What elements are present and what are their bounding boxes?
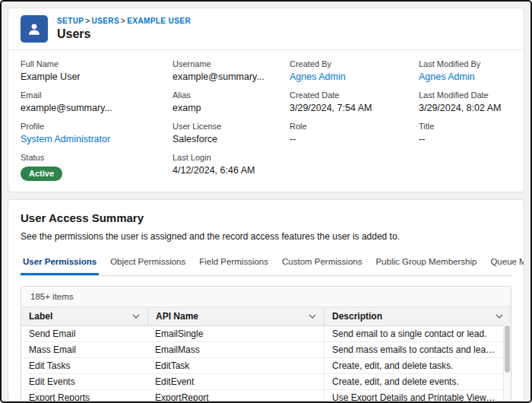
tab-custom-permissions[interactable]: Custom Permissions	[280, 251, 364, 275]
detail-column: Created ByAgnes AdminCreated Date3/29/20…	[290, 59, 419, 189]
section-subtitle: See the permissions the user is assigned…	[21, 231, 511, 242]
column-header-label: Label	[29, 311, 52, 322]
detail-field-role: Role--	[290, 122, 419, 145]
user-icon	[27, 21, 42, 36]
field-label: Alias	[173, 90, 290, 100]
detail-field-profile: ProfileSystem Administrator	[21, 122, 173, 145]
field-label: Role	[290, 122, 419, 132]
field-label: Profile	[21, 122, 173, 132]
table-cell: Send mass emails to contacts and leads.	[324, 342, 511, 357]
field-value: example@summary...	[21, 103, 173, 114]
column-header-label: API Name	[156, 311, 198, 322]
breadcrumb-item-setup[interactable]: SETUP	[57, 17, 84, 25]
user-access-summary-card: User Access Summary See the permissions …	[8, 199, 524, 401]
table-cell: Create, edit, and delete tasks.	[324, 358, 511, 373]
detail-field-user-license: User LicenseSalesforce	[173, 122, 290, 145]
field-value: 3/29/2024, 7:54 AM	[290, 103, 419, 114]
scrollbar-thumb[interactable]	[505, 325, 510, 373]
tab-queue-membership[interactable]: Queue Membership	[488, 251, 524, 275]
detail-field-status: StatusActive	[21, 153, 173, 181]
breadcrumb-separator: >	[121, 17, 125, 25]
table-row[interactable]: Mass EmailEmailMassSend mass emails to c…	[21, 342, 511, 358]
tab-public-group-membership[interactable]: Public Group Membership	[373, 251, 479, 275]
field-label: User License	[173, 122, 290, 132]
field-value: --	[290, 134, 419, 145]
field-value-link[interactable]: Agnes Admin	[290, 71, 419, 83]
table-cell: Edit Events	[21, 374, 147, 389]
column-header-label[interactable]: Label	[21, 307, 147, 325]
table-header-row: LabelAPI NameDescription	[21, 307, 511, 326]
user-object-icon	[21, 15, 48, 43]
page-header: SETUP>USERS>EXAMPLE USER Users	[8, 8, 524, 49]
tab-user-permissions[interactable]: User Permissions	[21, 251, 99, 275]
table-row[interactable]: Send EmailEmailSingleSend email to a sin…	[21, 326, 511, 342]
field-value: 3/29/2024, 8:02 AM	[419, 103, 511, 114]
field-value: Example User	[21, 71, 173, 83]
permissions-table: 185+ items LabelAPI NameDescription Send…	[21, 286, 511, 401]
detail-field-last-modified-date: Last Modified Date3/29/2024, 8:02 AM	[419, 90, 511, 114]
table-cell: Edit Tasks	[21, 358, 147, 373]
detail-column: Usernameexample@summary...AliasexampUser…	[173, 59, 290, 189]
table-cell: Send email to a single contact or lead.	[324, 326, 511, 341]
chevron-down-icon	[132, 314, 140, 319]
status-badge: Active	[21, 167, 62, 181]
field-label: Username	[173, 59, 290, 69]
section-title: User Access Summary	[21, 211, 511, 225]
field-value-link[interactable]: System Administrator	[21, 134, 173, 145]
field-value: --	[419, 134, 511, 145]
page-title: Users	[57, 27, 191, 41]
items-count: 185+ items	[21, 287, 511, 307]
field-label: Created By	[290, 59, 419, 69]
breadcrumb-item-users[interactable]: USERS	[92, 17, 119, 25]
table-scrollbar[interactable]	[503, 324, 511, 401]
field-value: Salesforce	[173, 134, 290, 145]
column-header-label: Description	[332, 311, 382, 322]
table-cell: ExportReport	[147, 390, 324, 401]
detail-field-alias: Aliasexamp	[173, 90, 290, 114]
field-label: Full Name	[21, 59, 173, 69]
table-cell: Mass Email	[21, 342, 147, 357]
detail-field-title: Title--	[419, 122, 511, 145]
detail-field-last-login: Last Login4/12/2024, 6:46 AM	[173, 153, 290, 176]
chevron-down-icon	[309, 314, 316, 319]
table-cell: Use Export Details and Printable View to…	[324, 390, 511, 401]
detail-field-email: Emailexample@summary...	[21, 90, 173, 114]
field-value: examp	[173, 103, 290, 114]
table-cell: EditEvent	[147, 374, 324, 389]
tab-field-permissions[interactable]: Field Permissions	[197, 251, 271, 275]
detail-column: Full NameExample UserEmailexample@summar…	[21, 59, 173, 189]
column-header-description[interactable]: Description	[324, 307, 511, 325]
field-value: 4/12/2024, 6:46 AM	[173, 165, 290, 176]
column-header-api-name[interactable]: API Name	[147, 307, 324, 325]
salesforce-setup-window: SETUP>USERS>EXAMPLE USER Users Full Name…	[0, 0, 532, 403]
field-label: Last Login	[173, 153, 290, 163]
detail-column: Last Modified ByAgnes AdminLast Modified…	[419, 59, 511, 189]
detail-field-full-name: Full NameExample User	[21, 59, 173, 83]
table-cell: EmailMass	[147, 342, 324, 357]
detail-field-last-modified-by: Last Modified ByAgnes Admin	[419, 59, 511, 83]
table-cell: EditTask	[147, 358, 324, 373]
breadcrumb-item-example-user[interactable]: EXAMPLE USER	[127, 17, 191, 25]
field-label: Title	[419, 122, 511, 132]
table-row[interactable]: Edit EventsEditEventCreate, edit, and de…	[21, 374, 511, 390]
breadcrumb-separator: >	[85, 17, 90, 25]
tab-object-permissions[interactable]: Object Permissions	[108, 251, 188, 275]
field-value-link[interactable]: Agnes Admin	[419, 71, 511, 83]
detail-grid: Full NameExample UserEmailexample@summar…	[8, 50, 524, 192]
table-row[interactable]: Edit TasksEditTaskCreate, edit, and dele…	[21, 358, 511, 374]
detail-field-created-by: Created ByAgnes Admin	[290, 59, 419, 83]
field-label: Status	[21, 153, 173, 163]
header-text: SETUP>USERS>EXAMPLE USER Users	[57, 17, 191, 41]
breadcrumb: SETUP>USERS>EXAMPLE USER	[57, 17, 191, 26]
table-body: Send EmailEmailSingleSend email to a sin…	[21, 326, 511, 401]
detail-field-username: Usernameexample@summary...	[173, 59, 290, 83]
table-cell: Export Reports	[21, 390, 147, 401]
table-row[interactable]: Export ReportsExportReportUse Export Det…	[21, 390, 511, 401]
table-cell: EmailSingle	[147, 326, 324, 341]
user-detail-card: SETUP>USERS>EXAMPLE USER Users Full Name…	[8, 8, 524, 192]
field-label: Last Modified By	[419, 59, 511, 69]
field-label: Created Date	[290, 90, 419, 100]
chevron-down-icon	[496, 314, 503, 319]
table-cell: Send Email	[21, 326, 147, 341]
field-label: Email	[21, 90, 173, 100]
